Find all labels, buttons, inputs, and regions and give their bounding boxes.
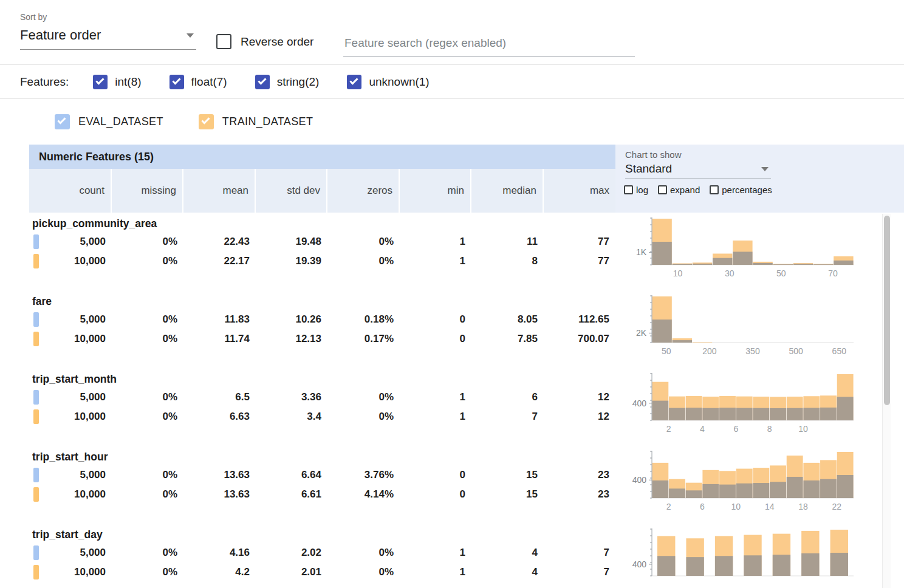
feature-type-checkbox-item[interactable]: float(7) [170, 75, 227, 89]
stat-value: 112.65 [544, 313, 615, 326]
feature-histogram[interactable]: 4002610141822 [624, 446, 904, 524]
feature-type-label: float(7) [191, 75, 227, 89]
stat-value: 1 [400, 255, 471, 267]
feature-type-checkbox[interactable] [170, 75, 184, 89]
chart-panel: Chart to show Standard log expand percen… [615, 145, 904, 213]
facets-overview-app: Sort by Feature order Reverse order Feat… [0, 0, 904, 588]
stat-value: 0% [327, 411, 400, 423]
column-header: max [544, 169, 615, 213]
search-group [343, 32, 635, 56]
stat-value: 0% [327, 566, 400, 578]
table-row: 5,0000%22.4319.480%11177 [29, 232, 615, 251]
x-axis-tick-label: 500 [789, 346, 803, 356]
chart-option-item[interactable]: percentages [710, 185, 772, 195]
dataset-label: TRAIN_DATASET [222, 115, 313, 128]
x-axis-tick-label: 350 [745, 346, 760, 356]
column-header: mean [183, 169, 256, 213]
stat-value: 0% [112, 313, 183, 326]
dataset-swatch [33, 409, 39, 424]
scrollbar-thumb[interactable] [884, 216, 890, 405]
feature-name: trip_start_hour [29, 448, 615, 465]
reverse-order-checkbox[interactable] [216, 34, 231, 49]
stat-value: 3.4 [256, 411, 327, 423]
stat-value: 1 [400, 236, 471, 248]
feature-name: fare [29, 293, 615, 310]
feature-search-input[interactable] [343, 32, 635, 56]
stat-value: 0% [327, 391, 400, 403]
feature-block: trip_start_day 5,0000%4.162.020%147 10,0… [29, 524, 615, 588]
dataset-swatch [33, 312, 39, 327]
stat-value: 10,000 [29, 333, 112, 345]
dataset-label: EVAL_DATASET [78, 115, 163, 128]
chart-to-show-label: Chart to show [615, 149, 904, 160]
stat-value: 0% [327, 547, 400, 559]
stat-value: 10.26 [256, 313, 327, 326]
dataset-checkbox[interactable] [55, 114, 70, 129]
feature-histogram[interactable]: 2K50200350500650 [624, 290, 904, 368]
stat-value: 13.63 [183, 469, 256, 481]
stat-value: 4.16 [183, 547, 256, 559]
feature-type-checkbox[interactable] [93, 75, 108, 89]
x-axis-tick-label: 2 [666, 424, 671, 434]
vertical-scrollbar[interactable] [882, 214, 891, 588]
sort-order-dropdown[interactable]: Feature order [20, 22, 196, 50]
feature-type-items: int(8) float(7) string(2) unknown(1) [93, 75, 457, 89]
column-header: zeros [327, 169, 400, 213]
chart-option-checkbox[interactable] [710, 185, 719, 194]
stat-value: 6.64 [256, 469, 327, 481]
stat-value: 7 [544, 547, 615, 559]
stat-value: 1 [400, 411, 471, 423]
dataset-checkbox[interactable] [199, 114, 214, 129]
feature-type-checkbox-item[interactable]: unknown(1) [347, 75, 429, 89]
dataset-swatch [33, 390, 39, 405]
x-axis-tick-label: 50 [776, 268, 786, 278]
stat-value: 0% [112, 566, 183, 578]
feature-rows: 5,0000%22.4319.480%11177 10,0000%22.1719… [29, 232, 615, 271]
feature-type-checkbox-item[interactable]: string(2) [255, 75, 320, 89]
feature-rows: 5,0000%11.8310.260.18%08.05112.65 10,000… [29, 310, 615, 349]
feature-name: pickup_community_area [29, 215, 615, 232]
stat-value: 6.63 [183, 411, 256, 423]
chart-options: log expand percentages [624, 185, 904, 195]
chart-option-checkbox[interactable] [624, 185, 633, 194]
x-axis-tick-label: 10 [731, 502, 741, 511]
column-header: std dev [256, 169, 327, 213]
chart-type-value: Standard [625, 162, 672, 176]
feature-block: fare 5,0000%11.8310.260.18%08.05112.65 1… [29, 290, 615, 368]
stat-value: 77 [544, 236, 615, 248]
dataset-swatch [33, 565, 39, 579]
chart-type-dropdown[interactable]: Standard [625, 161, 771, 179]
stat-value: 23 [544, 469, 615, 481]
chart-option-item[interactable]: expand [658, 185, 700, 195]
chart-option-label: percentages [722, 185, 772, 195]
x-axis-tick-label: 8 [767, 424, 772, 434]
reverse-order-label: Reverse order [241, 35, 313, 49]
dataset-checkbox-item[interactable]: TRAIN_DATASET [199, 114, 313, 129]
y-axis-label: 2K [636, 328, 647, 338]
feature-histogram[interactable]: 400246810 [624, 368, 904, 446]
chart-option-item[interactable]: log [624, 185, 648, 195]
feature-histogram[interactable]: 400 [624, 524, 904, 588]
x-axis-tick-label: 650 [832, 346, 847, 356]
feature-rows: 5,0000%4.162.020%147 10,0000%4.22.010%14… [29, 543, 615, 582]
column-headers: countmissingmeanstd devzerosminmedianmax [29, 169, 615, 213]
feature-type-checkbox[interactable] [255, 75, 270, 89]
table-body: pickup_community_area 5,0000%22.4319.480… [29, 213, 904, 588]
table-header: Numeric Features (15) countmissingmeanst… [29, 145, 904, 213]
feature-type-checkbox[interactable] [347, 75, 361, 89]
feature-histogram[interactable]: 1K10305070 [624, 213, 904, 290]
dataset-checkbox-item[interactable]: EVAL_DATASET [55, 114, 163, 129]
feature-type-checkbox-item[interactable]: int(8) [93, 75, 141, 89]
stat-value: 11.74 [183, 333, 256, 345]
dataset-swatch [33, 545, 39, 560]
column-header: missing [112, 169, 183, 213]
y-axis-label: 400 [632, 475, 647, 485]
x-axis-tick-label: 4 [700, 424, 705, 434]
table-row: 10,0000%4.22.010%147 [29, 562, 615, 582]
checkmark-icon [57, 115, 66, 124]
stat-value: 0% [112, 333, 183, 345]
stat-value: 4.14% [327, 488, 400, 501]
chart-option-checkbox[interactable] [658, 185, 667, 194]
stat-value: 0% [112, 411, 183, 423]
stat-value: 4 [471, 566, 544, 578]
